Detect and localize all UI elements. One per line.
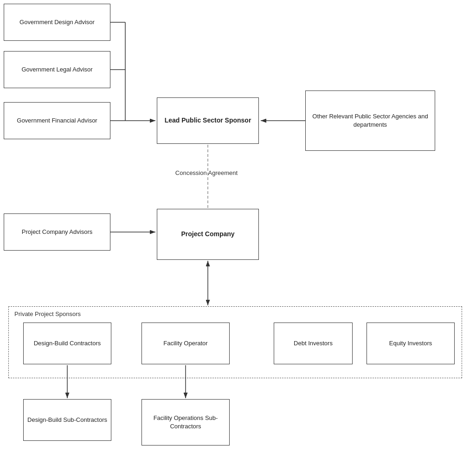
facility-operator-box: Facility Operator — [142, 323, 230, 364]
facility-ops-sub-box: Facility Operations Sub-Contractors — [142, 399, 230, 446]
private-sponsors-title: Private Project Sponsors — [14, 310, 81, 317]
design-build-sub-box: Design-Build Sub-Contractors — [23, 399, 111, 441]
project-company-label: Project Company — [181, 230, 234, 239]
project-advisors-box: Project Company Advisors — [4, 213, 110, 251]
project-company-box: Project Company — [157, 209, 259, 260]
gov-design-label: Government Design Advisor — [19, 18, 95, 26]
other-agencies-box: Other Relevant Public Sector Agencies an… — [305, 90, 435, 151]
project-advisors-label: Project Company Advisors — [22, 228, 92, 236]
gov-financial-label: Government Financial Advisor — [17, 116, 97, 125]
design-build-sub-label: Design-Build Sub-Contractors — [27, 416, 107, 424]
gov-legal-box: Government Legal Advisor — [4, 51, 110, 88]
lead-sponsor-label: Lead Public Sector Sponsor — [165, 116, 251, 125]
equity-investors-box: Equity Investors — [367, 323, 455, 364]
other-agencies-label: Other Relevant Public Sector Agencies an… — [309, 112, 432, 129]
gov-design-box: Government Design Advisor — [4, 4, 110, 41]
equity-investors-label: Equity Investors — [389, 339, 432, 348]
concession-agreement-label: Concession Agreement — [153, 169, 260, 176]
facility-operator-label: Facility Operator — [163, 339, 207, 348]
debt-investors-label: Debt Investors — [294, 339, 333, 348]
design-build-label: Design-Build Contractors — [34, 339, 101, 348]
debt-investors-box: Debt Investors — [274, 323, 353, 364]
gov-financial-box: Government Financial Advisor — [4, 102, 110, 139]
design-build-box: Design-Build Contractors — [23, 323, 111, 364]
gov-legal-label: Government Legal Advisor — [21, 65, 92, 74]
lead-sponsor-box: Lead Public Sector Sponsor — [157, 97, 259, 144]
diagram: Government Design Advisor Government Leg… — [0, 0, 476, 452]
facility-ops-sub-label: Facility Operations Sub-Contractors — [145, 414, 226, 431]
